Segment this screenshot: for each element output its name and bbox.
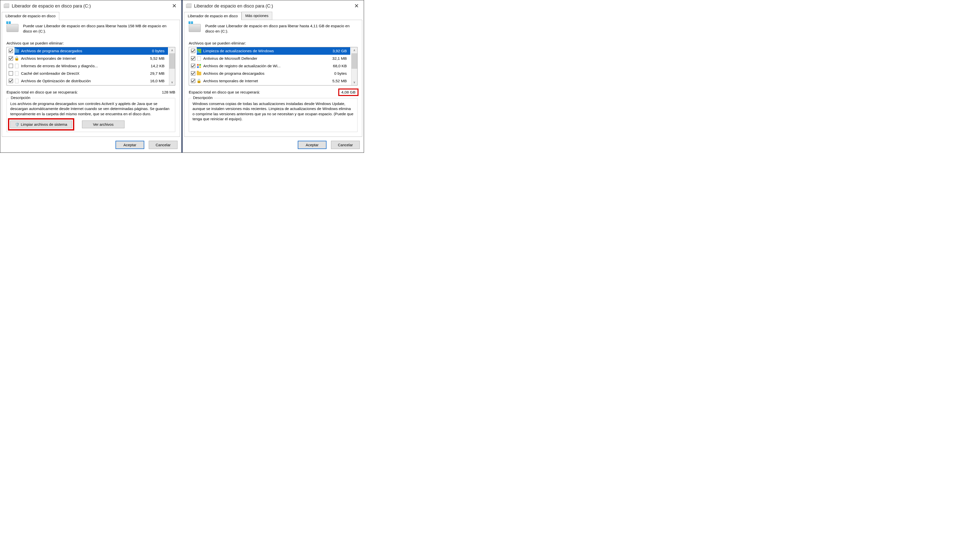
list-item[interactable]: 🔒 Archivos temporales de Internet 5,52 M… (7, 55, 169, 62)
item-name: Archivos temporales de Internet (21, 56, 148, 61)
folder-icon (197, 71, 201, 76)
checkbox[interactable] (9, 49, 13, 53)
checkbox[interactable] (191, 71, 195, 75)
page-icon (14, 64, 19, 69)
item-name: Archivos de programa descargados (203, 71, 332, 76)
file-list: Limpieza de actualizaciones de Windows 3… (189, 47, 357, 85)
item-size: 29,7 MB (150, 71, 166, 76)
total-row: Espacio total en disco que se recuperará… (189, 90, 357, 94)
drive-icon (4, 4, 9, 8)
tab-panel: Puede usar Liberador de espacio en disco… (2, 20, 180, 137)
total-value: 4,08 GB (338, 88, 358, 96)
page-icon (14, 78, 19, 83)
file-list-items: Limpieza de actualizaciones de Windows 3… (189, 47, 351, 85)
close-icon[interactable]: ✕ (353, 3, 360, 9)
checkbox[interactable] (191, 79, 195, 83)
item-size: 16,0 MB (150, 79, 166, 83)
scrollbar[interactable]: ∧ ∨ (351, 47, 357, 85)
description-text: Windows conserva copias de todas las act… (192, 101, 354, 128)
item-size: 0 bytes (152, 49, 166, 53)
scroll-thumb[interactable] (169, 53, 175, 69)
scroll-down-icon[interactable]: ∨ (169, 79, 175, 85)
total-label: Espacio total en disco que se recuperará… (189, 90, 260, 94)
checkbox[interactable] (9, 71, 13, 75)
total-row: Espacio total en disco que se recuperará… (6, 90, 175, 94)
list-item[interactable]: Archivos de programa descargados 0 bytes (189, 70, 351, 77)
list-item[interactable]: Archivos de Optimización de distribución… (7, 77, 169, 85)
item-size: 14,2 KB (151, 64, 166, 68)
dialog-footer: Aceptar Cancelar (182, 138, 364, 152)
checkbox[interactable] (191, 56, 195, 61)
clean-system-highlight: 🛡️ Limpiar archivos de sistema (8, 118, 74, 131)
list-item[interactable]: Antivirus de Microsoft Defender 32,1 MB (189, 55, 351, 62)
tab-disk-cleanup[interactable]: Liberador de espacio en disco (2, 12, 59, 20)
checkbox[interactable] (191, 64, 195, 68)
list-item[interactable]: Limpieza de actualizaciones de Windows 3… (189, 47, 351, 55)
item-name: Archivos de registro de actualización de… (203, 64, 331, 68)
intro-text: Puede usar Liberador de espacio en disco… (205, 24, 357, 34)
tab-strip: Liberador de espacio en disco Más opcion… (182, 12, 364, 20)
scroll-track[interactable] (352, 53, 357, 79)
folder-icon (14, 48, 19, 53)
intro-row: Puede usar Liberador de espacio en disco… (6, 24, 175, 34)
item-size: 3,92 GB (333, 49, 349, 53)
tab-more-options[interactable]: Más opciones (242, 12, 272, 20)
shield-icon: 🛡️ (15, 123, 19, 126)
intro-text: Puede usar Liberador de espacio en disco… (23, 24, 175, 34)
window-title: Liberador de espacio en disco para (C:) (12, 3, 168, 9)
scroll-down-icon[interactable]: ∨ (352, 79, 357, 85)
checkbox[interactable] (9, 56, 13, 61)
list-item[interactable]: Informes de errores de Windows y diagnós… (7, 62, 169, 70)
scrollbar[interactable]: ∧ ∨ (169, 47, 175, 85)
view-files-label: Ver archivos (93, 122, 114, 126)
clean-system-label: Limpiar archivos de sistema (21, 122, 67, 126)
titlebar: Liberador de espacio en disco para (C:) … (182, 0, 364, 11)
cancel-button[interactable]: Cancelar (331, 141, 360, 149)
tab-strip: Liberador de espacio en disco (0, 12, 181, 20)
item-size: 5,52 MB (150, 56, 166, 61)
tab-disk-cleanup[interactable]: Liberador de espacio en disco (184, 12, 242, 20)
file-list: Archivos de programa descargados 0 bytes… (6, 47, 175, 85)
disk-cleanup-icon (189, 24, 201, 32)
ok-button[interactable]: Aceptar (115, 141, 144, 149)
file-list-items: Archivos de programa descargados 0 bytes… (7, 47, 169, 85)
scroll-up-icon[interactable]: ∧ (352, 47, 357, 53)
disk-cleanup-dialog-right: Liberador de espacio en disco para (C:) … (182, 0, 364, 153)
ok-button[interactable]: Aceptar (298, 141, 326, 149)
list-item[interactable]: Archivos de programa descargados 0 bytes (7, 47, 169, 55)
files-to-delete-label: Archivos que se pueden eliminar: (6, 41, 175, 45)
total-value: 128 MB (162, 90, 175, 94)
checkbox[interactable] (191, 49, 195, 53)
description-legend: Descripción (192, 96, 214, 100)
description-group: Descripción Windows conserva copias de t… (189, 98, 357, 132)
item-name: Archivos de programa descargados (21, 49, 150, 53)
list-item[interactable]: Caché del sombreador de DirectX 29,7 MB (7, 70, 169, 77)
description-buttons: 🛡️ Limpiar archivos de sistema Ver archi… (10, 120, 171, 128)
list-item[interactable]: Archivos de registro de actualización de… (189, 62, 351, 70)
item-size: 32,1 MB (332, 56, 349, 61)
checkbox[interactable] (9, 79, 13, 83)
item-size: 68,0 KB (333, 64, 349, 68)
description-legend: Descripción (9, 96, 32, 100)
windows-icon (197, 64, 201, 69)
scroll-track[interactable] (169, 53, 175, 79)
view-files-button[interactable]: Ver archivos (82, 120, 125, 128)
page-icon (197, 56, 201, 61)
item-size: 5,52 MB (332, 79, 349, 83)
broom-icon (197, 48, 201, 53)
scroll-thumb[interactable] (352, 53, 357, 69)
window-title: Liberador de espacio en disco para (C:) (194, 3, 350, 9)
cancel-button[interactable]: Cancelar (149, 141, 178, 149)
drive-icon (186, 4, 192, 8)
scroll-up-icon[interactable]: ∧ (169, 47, 175, 53)
item-name: Caché del sombreador de DirectX (21, 71, 148, 76)
close-icon[interactable]: ✕ (171, 3, 178, 9)
description-group: Descripción Los archivos de programa des… (6, 98, 175, 132)
checkbox[interactable] (9, 64, 13, 68)
clean-system-files-button[interactable]: 🛡️ Limpiar archivos de sistema (10, 120, 72, 128)
titlebar: Liberador de espacio en disco para (C:) … (0, 0, 181, 11)
item-name: Antivirus de Microsoft Defender (203, 56, 330, 61)
item-name: Informes de errores de Windows y diagnós… (21, 64, 149, 68)
list-item[interactable]: 🔒 Archivos temporales de Internet 5,52 M… (189, 77, 351, 85)
files-to-delete-label: Archivos que se pueden eliminar: (189, 41, 357, 45)
